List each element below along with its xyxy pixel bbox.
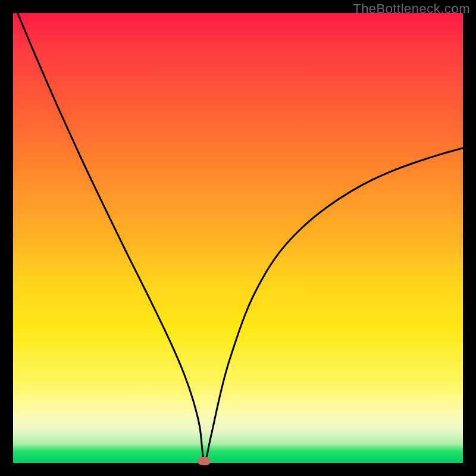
chart-frame: TheBottleneck.com [0, 0, 476, 476]
minimum-marker [198, 457, 211, 465]
plot-area [13, 13, 463, 463]
curve-svg [13, 13, 463, 463]
watermark-text: TheBottleneck.com [353, 1, 470, 17]
bottleneck-curve [18, 13, 463, 462]
